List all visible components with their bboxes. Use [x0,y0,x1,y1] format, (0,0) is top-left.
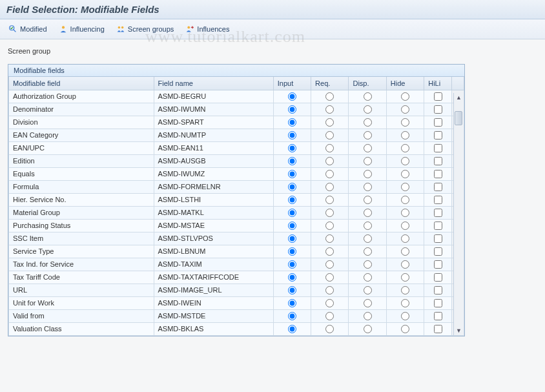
radio-input[interactable] [288,222,296,230]
radio-input[interactable] [288,247,296,256]
cell-modifiable-field[interactable]: Tax Ind. for Service [9,258,154,271]
checkbox-hili[interactable] [434,312,442,320]
checkbox-hili[interactable] [434,144,442,152]
radio-req[interactable] [325,209,334,217]
cell-modifiable-field[interactable]: SSC Item [9,232,154,245]
cell-modifiable-field[interactable]: Material Group [9,206,154,219]
checkbox-hili[interactable] [434,92,442,101]
cell-modifiable-field[interactable]: Authorization Group [9,90,154,103]
cell-field-name[interactable]: ASMD-TAXIM [154,258,273,271]
cell-modifiable-field[interactable]: URL [9,284,154,296]
cell-field-name[interactable]: ASMD-MSTDE [154,309,273,322]
checkbox-hili[interactable] [434,222,442,230]
scroll-down-arrow-icon[interactable]: ▼ [455,326,464,335]
radio-hide[interactable] [401,105,409,114]
checkbox-hili[interactable] [434,247,442,256]
radio-disp[interactable] [364,92,372,101]
cell-field-name[interactable]: ASMD-AUSGB [154,154,273,167]
radio-req[interactable] [325,273,334,282]
radio-input[interactable] [288,209,296,217]
radio-input[interactable] [288,131,296,139]
radio-req[interactable] [325,196,334,204]
cell-field-name[interactable]: ASMD-NUMTP [154,129,273,141]
radio-disp[interactable] [364,170,372,178]
cell-field-name[interactable]: ASMD-IWUMN [154,103,273,116]
radio-input[interactable] [288,286,296,294]
checkbox-hili[interactable] [434,105,442,114]
screen-groups-button[interactable]: Screen groups [113,22,181,36]
cell-modifiable-field[interactable]: Tax Tariff Code [9,271,154,284]
radio-disp[interactable] [364,273,372,282]
radio-input[interactable] [288,105,296,114]
radio-input[interactable] [288,196,296,204]
radio-input[interactable] [288,183,296,191]
radio-hide[interactable] [401,247,409,256]
checkbox-hili[interactable] [434,170,442,178]
radio-input[interactable] [288,144,296,152]
cell-modifiable-field[interactable]: EAN/UPC [9,141,154,154]
radio-disp[interactable] [364,196,372,204]
cell-field-name[interactable]: ASMD-FORMELNR [154,180,273,193]
cell-modifiable-field[interactable]: Valid from [9,309,154,322]
radio-disp[interactable] [364,299,372,307]
radio-hide[interactable] [401,196,409,204]
radio-req[interactable] [325,157,334,165]
radio-input[interactable] [288,312,296,320]
cell-modifiable-field[interactable]: Unit for Work [9,296,154,309]
radio-disp[interactable] [364,157,372,165]
cell-field-name[interactable]: ASMD-SPART [154,116,273,129]
radio-req[interactable] [325,299,334,307]
radio-input[interactable] [288,92,296,101]
radio-hide[interactable] [401,131,409,139]
radio-hide[interactable] [401,170,409,178]
cell-field-name[interactable]: ASMD-MATKL [154,206,273,219]
radio-req[interactable] [325,144,334,152]
radio-input[interactable] [288,170,296,178]
col-input[interactable]: Input [273,77,311,90]
radio-req[interactable] [325,312,334,320]
col-modifiable-field[interactable]: Modifiable field [9,77,154,90]
radio-input[interactable] [288,157,296,165]
cell-field-name[interactable]: ASMD-BKLAS [154,322,273,335]
radio-req[interactable] [325,131,334,139]
checkbox-hili[interactable] [434,234,442,243]
cell-field-name[interactable]: ASMD-BEGRU [154,90,273,103]
modified-button[interactable]: Modified [5,22,54,36]
radio-disp[interactable] [364,105,372,114]
radio-disp[interactable] [364,131,372,139]
radio-hide[interactable] [401,299,409,307]
radio-req[interactable] [325,260,334,269]
cell-field-name[interactable]: ASMD-IWEIN [154,296,273,309]
checkbox-hili[interactable] [434,157,442,165]
col-field-name[interactable]: Field name [154,77,273,90]
radio-hide[interactable] [401,157,409,165]
radio-disp[interactable] [364,234,372,243]
radio-hide[interactable] [401,222,409,230]
cell-field-name[interactable]: ASMD-LBNUM [154,245,273,258]
vertical-scrollbar[interactable]: ▲ ▼ [453,93,464,335]
cell-modifiable-field[interactable]: Edition [9,154,154,167]
col-hide[interactable]: Hide [386,77,424,90]
radio-hide[interactable] [401,92,409,101]
radio-req[interactable] [325,247,334,256]
col-disp[interactable]: Disp. [349,77,386,90]
radio-hide[interactable] [401,234,409,243]
cell-modifiable-field[interactable]: Formula [9,180,154,193]
radio-hide[interactable] [401,209,409,217]
checkbox-hili[interactable] [434,118,442,127]
scroll-thumb[interactable] [455,111,462,125]
radio-input[interactable] [288,299,296,307]
checkbox-hili[interactable] [434,299,442,307]
radio-disp[interactable] [364,312,372,320]
cell-field-name[interactable]: ASMD-MSTAE [154,219,273,232]
cell-modifiable-field[interactable]: Denominator [9,103,154,116]
cell-field-name[interactable]: ASMD-IWUMZ [154,167,273,180]
cell-modifiable-field[interactable]: Division [9,116,154,129]
radio-hide[interactable] [401,260,409,269]
radio-hide[interactable] [401,118,409,127]
radio-hide[interactable] [401,325,409,333]
radio-disp[interactable] [364,183,372,191]
checkbox-hili[interactable] [434,183,442,191]
cell-modifiable-field[interactable]: EAN Category [9,129,154,141]
cell-field-name[interactable]: ASMD-LSTHI [154,193,273,206]
